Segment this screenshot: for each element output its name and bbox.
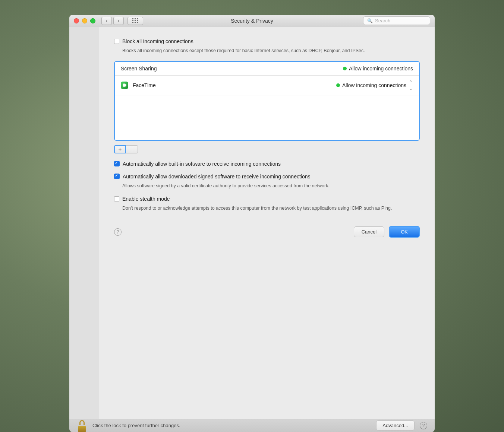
cancel-button[interactable]: Cancel <box>354 226 384 237</box>
window-title: Security & Privacy <box>231 18 273 24</box>
stealth-mode-description: Don't respond to or acknowledge attempts… <box>122 205 420 212</box>
content-area: Block all incoming connections Blocks al… <box>99 27 435 422</box>
remove-app-button[interactable]: — <box>126 145 138 153</box>
app-row-facetime[interactable]: FaceTime Allow incoming connections ⌃⌄ <box>115 76 419 95</box>
grid-view-button[interactable] <box>127 17 143 25</box>
title-bar: ‹ › Security & Privacy 🔍 Search <box>69 15 435 27</box>
lock-text: Click the lock to prevent further change… <box>92 423 180 428</box>
ok-button[interactable]: OK <box>389 226 420 238</box>
search-icon: 🔍 <box>367 18 373 23</box>
status-label-facetime: Allow incoming connections <box>342 82 406 88</box>
block-incoming-row: Block all incoming connections <box>114 38 420 44</box>
app-name-screen-sharing: Screen Sharing <box>121 66 157 72</box>
window-controls <box>74 18 95 23</box>
sidebar <box>69 27 99 422</box>
status-dot-screen-sharing <box>343 67 347 70</box>
app-right-facetime: Allow incoming connections ⌃⌄ <box>336 79 413 91</box>
app-list-container: Screen Sharing Allow incoming connection… <box>114 61 420 141</box>
stealth-mode-row: Enable stealth mode <box>114 196 420 202</box>
facetime-icon <box>121 82 128 89</box>
maximize-button[interactable] <box>90 18 95 23</box>
bottom-actions: ? Cancel OK <box>114 219 420 241</box>
help-button[interactable]: ? <box>114 228 122 236</box>
back-button[interactable]: ‹ <box>101 17 112 25</box>
add-remove-row: + — <box>114 145 420 153</box>
auto-signed-checkbox[interactable] <box>114 174 120 179</box>
stepper-icon-facetime[interactable]: ⌃⌄ <box>409 79 413 91</box>
lock-icon[interactable] <box>77 419 87 432</box>
search-input[interactable]: Search <box>375 18 426 23</box>
minimize-button[interactable] <box>82 18 87 23</box>
stealth-mode-checkbox[interactable] <box>114 196 119 201</box>
app-name-facetime: FaceTime <box>133 82 156 88</box>
window-body: Block all incoming connections Blocks al… <box>69 27 435 422</box>
auto-builtin-label: Automatically allow built-in software to… <box>123 161 281 167</box>
status-dot-facetime <box>336 83 340 87</box>
lock-shackle <box>79 420 85 425</box>
close-button[interactable] <box>74 18 79 23</box>
auto-builtin-row: Automatically allow built-in software to… <box>114 161 420 167</box>
auto-builtin-section: Automatically allow built-in software to… <box>114 161 420 167</box>
block-incoming-section: Block all incoming connections Blocks al… <box>114 38 420 54</box>
auto-signed-label: Automatically allow downloaded signed so… <box>123 174 311 180</box>
lock-bar: Click the lock to prevent further change… <box>69 419 435 432</box>
advanced-button[interactable]: Advanced... <box>376 420 415 431</box>
stealth-mode-section: Enable stealth mode Don't respond to or … <box>114 196 420 212</box>
block-incoming-description: Blocks all incoming connections except t… <box>122 47 420 54</box>
status-label-screen-sharing: Allow incoming connections <box>349 66 413 72</box>
help-bottom-button[interactable]: ? <box>420 422 427 429</box>
stealth-mode-label: Enable stealth mode <box>122 196 170 202</box>
block-incoming-label: Block all incoming connections <box>122 38 193 44</box>
search-bar[interactable]: 🔍 Search <box>363 16 430 25</box>
app-name-left: Screen Sharing <box>121 66 157 72</box>
add-app-button[interactable]: + <box>114 145 126 153</box>
app-list-empty-area <box>115 95 419 140</box>
app-name-left-facetime: FaceTime <box>121 82 156 89</box>
auto-signed-row: Automatically allow downloaded signed so… <box>114 174 420 180</box>
block-incoming-checkbox[interactable] <box>114 39 119 44</box>
forward-button[interactable]: › <box>113 17 124 25</box>
app-right-screen-sharing: Allow incoming connections <box>343 66 413 72</box>
auto-signed-section: Automatically allow downloaded signed so… <box>114 174 420 190</box>
app-row-screen-sharing[interactable]: Screen Sharing Allow incoming connection… <box>115 62 419 76</box>
lock-body <box>78 426 86 432</box>
auto-signed-description: Allows software signed by a valid certif… <box>122 182 420 190</box>
auto-builtin-checkbox[interactable] <box>114 161 120 166</box>
